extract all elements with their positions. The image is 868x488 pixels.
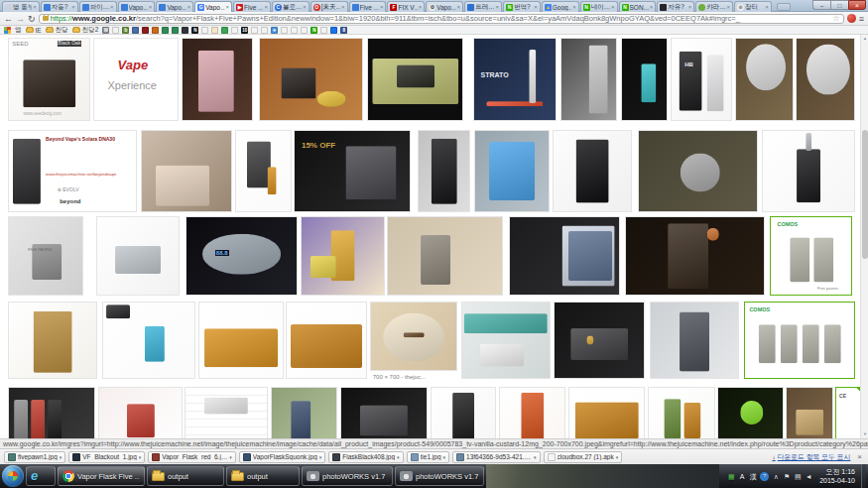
tab[interactable]: O[来天…×: [310, 1, 348, 12]
download-dropdown-caret[interactable]: ▾: [616, 454, 619, 460]
apps-label[interactable]: 앱: [15, 26, 22, 35]
image-result[interactable]: [259, 38, 363, 121]
scrollbar[interactable]: ▲ ▼: [860, 35, 868, 438]
close-window-button[interactable]: ×: [848, 0, 866, 10]
bookmark-folder[interactable]: 천당: [46, 26, 68, 35]
image-result[interactable]: 700 × 700 - thejuc...: [370, 302, 457, 371]
tab-close-icon[interactable]: ×: [727, 4, 731, 11]
tab[interactable]: N네이…×: [580, 1, 618, 12]
close-shelf-button[interactable]: ×: [855, 452, 864, 462]
download-item[interactable]: Vapor_Flask_red_6.jpg▾: [148, 451, 236, 463]
bookmark-favicon[interactable]: [172, 27, 179, 34]
maximize-button[interactable]: □: [830, 0, 848, 10]
minimize-button[interactable]: –: [812, 0, 830, 10]
bookmark-favicon[interactable]: [320, 27, 327, 34]
bookmark-favicon[interactable]: N: [310, 27, 317, 34]
download-item[interactable]: 13f64366-9d53-421...jpg▾: [452, 451, 541, 463]
bookmark-star-icon[interactable]: ☆: [833, 14, 840, 23]
bookmark-favicon[interactable]: [291, 27, 298, 34]
image-result[interactable]: [796, 38, 855, 121]
image-result[interactable]: STRATO: [473, 38, 557, 121]
tab-close-icon[interactable]: ×: [71, 4, 75, 11]
image-result[interactable]: [560, 38, 617, 121]
tab-close-icon[interactable]: ×: [534, 4, 538, 11]
scroll-up-arrow[interactable]: ▲: [862, 36, 868, 42]
tab-close-icon[interactable]: ×: [341, 4, 345, 11]
new-tab-button[interactable]: [777, 3, 791, 11]
tab-close-icon[interactable]: ×: [187, 4, 191, 11]
image-result[interactable]: [102, 302, 195, 379]
scroll-down-arrow[interactable]: ▼: [862, 431, 868, 437]
bookmark-favicon[interactable]: [301, 27, 308, 34]
extension-icon[interactable]: [847, 14, 856, 23]
taskbar-button-camera[interactable]: photoWORKS v1.7: [302, 466, 393, 486]
bookmark-favicon[interactable]: [251, 27, 258, 34]
address-bar[interactable]: https://www.google.co.kr/search?q=Vapor+…: [39, 14, 844, 24]
bookmark-favicon[interactable]: [211, 27, 218, 34]
image-result[interactable]: VapeXperience: [93, 38, 179, 121]
tray-icon[interactable]: ▦: [727, 472, 735, 481]
tab[interactable]: 파이…×: [79, 1, 117, 12]
tab-close-icon[interactable]: ×: [33, 4, 37, 11]
bookmark-favicon[interactable]: [231, 27, 238, 34]
bookmark-favicon[interactable]: 8: [340, 27, 347, 34]
image-result[interactable]: [735, 38, 794, 121]
image-result[interactable]: [625, 216, 765, 296]
download-item[interactable]: VaporFlaskSquonk.jpg▾: [239, 451, 325, 463]
bookmark-favicon[interactable]: [182, 27, 188, 34]
apps-grid-icon[interactable]: [4, 27, 11, 34]
tab[interactable]: ▶Five …×: [233, 1, 271, 12]
forward-button[interactable]: →: [16, 13, 25, 25]
download-item[interactable]: cloudbox.27 (1).apk▾: [544, 451, 623, 463]
image-result[interactable]: [554, 302, 645, 379]
tab-close-icon[interactable]: ×: [419, 4, 423, 11]
image-result[interactable]: COMOSFive pawns: [770, 216, 852, 296]
taskbar-button-folder[interactable]: output: [147, 466, 224, 486]
image-result[interactable]: [141, 130, 232, 212]
image-result[interactable]: [474, 130, 550, 212]
image-result[interactable]: [418, 130, 470, 212]
download-dropdown-caret[interactable]: ▾: [443, 454, 446, 460]
scrollbar-thumb[interactable]: [862, 130, 868, 259]
tab-active[interactable]: GVapo…×: [194, 1, 232, 12]
tab[interactable]: 병 통부×: [2, 1, 40, 12]
image-result[interactable]: SEEDBlack Oakwww.seedecig.com: [8, 38, 90, 121]
bookmark-favicon[interactable]: b: [122, 27, 129, 34]
bookmark-favicon[interactable]: [132, 27, 139, 34]
download-item[interactable]: fivepawn1.jpg▾: [4, 451, 65, 463]
bookmark-favicon[interactable]: W: [102, 27, 109, 34]
image-result[interactable]: [461, 302, 551, 379]
image-result[interactable]: [762, 130, 855, 212]
bookmark-favicon[interactable]: ✈: [271, 27, 278, 34]
image-result[interactable]: [96, 216, 180, 296]
tab[interactable]: 트레…×: [464, 1, 502, 12]
tab[interactable]: ▲Goog…×: [542, 1, 579, 12]
tray-icon[interactable]: ∧: [772, 472, 780, 481]
show-all-downloads-link[interactable]: ↓다운로드 항목 모두 표시: [772, 452, 850, 462]
tab-close-icon[interactable]: ×: [650, 4, 654, 11]
tab[interactable]: FFIX V…×: [387, 1, 425, 12]
tab[interactable]: C블로…×: [272, 1, 310, 12]
image-result[interactable]: [621, 38, 668, 121]
bookmark-folder[interactable]: 천당2: [72, 26, 99, 35]
tab[interactable]: ⊘장터×: [734, 1, 772, 12]
bookmark-favicon[interactable]: N: [191, 27, 198, 34]
tab[interactable]: Vapo…×: [156, 1, 193, 12]
bookmark-favicon[interactable]: [142, 27, 149, 34]
tab-close-icon[interactable]: ×: [303, 4, 307, 11]
image-result[interactable]: COMOS: [744, 302, 855, 379]
tab[interactable]: N번역?×: [503, 1, 541, 12]
show-desktop-button[interactable]: [861, 464, 866, 488]
taskbar-button-ie[interactable]: e: [26, 466, 56, 486]
bookmark-favicon[interactable]: 10: [241, 27, 248, 34]
bookmark-folder[interactable]: IE: [26, 26, 42, 35]
tab-close-icon[interactable]: ×: [688, 4, 692, 11]
tab-close-icon[interactable]: ×: [572, 4, 576, 11]
bookmark-favicon[interactable]: [330, 27, 337, 34]
image-result[interactable]: Beyond Vape's Solara DNA30www.thejuicema…: [8, 130, 137, 212]
tab-close-icon[interactable]: ×: [264, 4, 268, 11]
download-dropdown-caret[interactable]: ▾: [534, 454, 537, 460]
tray-icon[interactable]: 漢: [749, 472, 757, 481]
download-dropdown-caret[interactable]: ▾: [319, 454, 322, 460]
image-result[interactable]: [235, 130, 292, 212]
